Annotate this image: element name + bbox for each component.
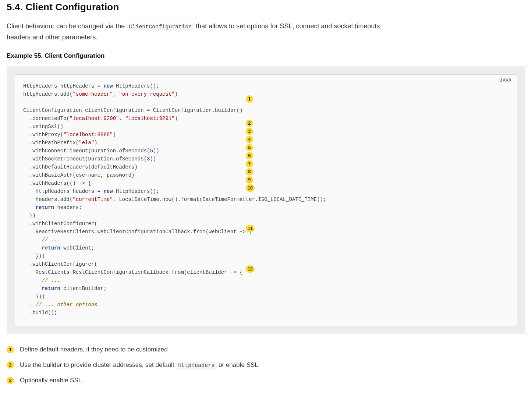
callout-text-2: Use the builder to provide cluster addre… xyxy=(20,360,260,370)
conum-10: 10 xyxy=(246,184,255,192)
intro-text-before: Client behaviour can be changed via the xyxy=(7,22,127,30)
section-heading: 5.4. Client Configuration xyxy=(7,1,525,13)
code-listing: HttpHeaders httpHeaders = new HttpHeader… xyxy=(23,82,509,317)
example-block: JAVA HttpHeaders httpHeaders = new HttpH… xyxy=(7,66,525,334)
callout-item-2: 2 Use the builder to provide cluster add… xyxy=(7,360,525,370)
conum-5: 5 xyxy=(246,144,253,151)
conum-2: 2 xyxy=(246,120,253,127)
callout-item-3: 3 Optionally enable SSL. xyxy=(7,375,525,385)
intro-paragraph: Client behaviour can be changed via the … xyxy=(7,21,389,43)
language-label: JAVA xyxy=(500,78,512,83)
conum-list-3: 3 xyxy=(7,377,14,384)
section-number: 5.4. xyxy=(7,1,23,13)
example-title: Example 55. Client Configuration xyxy=(7,52,525,60)
inline-code-httpheaders: HttpHeaders xyxy=(176,362,217,369)
conum-8: 8 xyxy=(246,168,253,176)
conum-list-2: 2 xyxy=(7,361,14,369)
callout-list: 1 Define default headers, if they need t… xyxy=(7,344,525,385)
conum-3: 3 xyxy=(246,128,253,135)
conum-list-1: 1 xyxy=(7,346,14,353)
callout-text-1: Define default headers, if they need to … xyxy=(20,344,168,354)
conum-6: 6 xyxy=(246,152,253,159)
conum-1: 1 xyxy=(246,95,253,103)
conum-9: 9 xyxy=(246,176,253,184)
inline-code-clientconfiguration: ClientConfiguration xyxy=(127,24,194,31)
conum-11: 11 xyxy=(246,225,255,232)
conum-7: 7 xyxy=(246,160,253,167)
section-title-text: Client Configuration xyxy=(26,1,119,13)
conum-4: 4 xyxy=(246,136,253,143)
code-panel: JAVA HttpHeaders httpHeaders = new HttpH… xyxy=(15,74,517,326)
callout-item-1: 1 Define default headers, if they need t… xyxy=(7,344,525,354)
conum-12: 12 xyxy=(246,265,255,273)
callout-text-3: Optionally enable SSL. xyxy=(20,375,84,385)
